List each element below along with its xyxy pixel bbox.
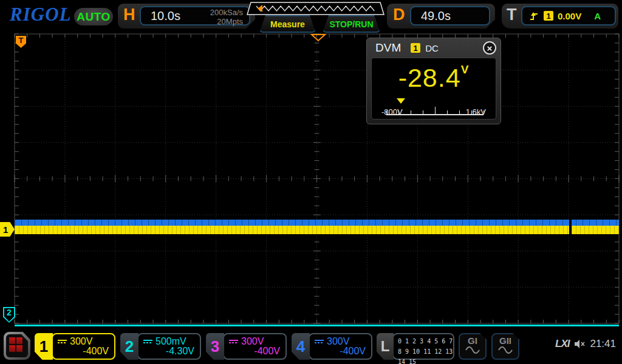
clock: 21:41 — [590, 338, 616, 350]
delay-settings-block[interactable]: D 49.0s — [387, 4, 495, 29]
memory-depth: 20Mpts — [210, 17, 243, 26]
dvm-scale-min: -800V — [381, 107, 403, 116]
trigger-label: T — [507, 5, 517, 24]
channel2-tab: 2 — [120, 333, 138, 360]
trigger-level-value: 0.00V — [558, 11, 581, 21]
measure-button-label: Measure — [270, 19, 305, 29]
dvm-reading: -28.4V — [372, 63, 496, 93]
channel1-offset: -400V — [83, 346, 109, 357]
channel2-marker-label: 2 — [3, 308, 15, 317]
sine-wave-icon — [465, 346, 480, 354]
sample-rate-info: 200kSa/s 20Mpts — [210, 8, 243, 26]
generator2-label: GII — [493, 335, 518, 346]
timebase-value: 10.0s — [151, 9, 180, 23]
delay-label: D — [393, 5, 405, 24]
system-status-icons: LXI 21:41 — [555, 338, 616, 350]
sample-rate: 200kSa/s — [210, 8, 243, 17]
trigger-settings-block[interactable]: T 1 0.00V A — [502, 4, 618, 29]
channel4-status[interactable]: 300V -400V 4 — [292, 333, 372, 360]
horizontal-value-box: 10.0s 200kSa/s 20Mpts — [140, 6, 250, 25]
channel2-trace — [15, 325, 619, 326]
channel2-offset: -4.30V — [166, 346, 194, 357]
dvm-title: DVM — [375, 41, 401, 55]
channel4-coupling-icon — [315, 340, 324, 343]
oscilloscope-screen: T 1 2 RIGOL AUTO H 10.0s 200kSa/s 20Mp — [0, 0, 622, 364]
horizontal-settings-block[interactable]: H 10.0s 200kSa/s 20Mpts — [118, 4, 255, 29]
channel2-position-marker[interactable]: 2 — [3, 307, 15, 323]
channel3-tab: 3 — [206, 333, 224, 360]
trigger-slope-icon — [528, 11, 539, 21]
channel1-values: 300V -400V — [52, 333, 115, 360]
top-status-bar: RIGOL AUTO H 10.0s 200kSa/s 20Mpts Measu… — [0, 0, 622, 33]
menu-button[interactable] — [4, 332, 30, 360]
generator1-button[interactable]: GI — [459, 333, 487, 360]
channel3-values: 300V -400V — [223, 333, 287, 360]
trigger-position-marker-layer — [0, 0, 622, 364]
dvm-title-bar: DVM 1 DC × — [367, 38, 501, 58]
delay-value: 49.0s — [421, 9, 451, 23]
trigger-value-box: 1 0.00V A — [521, 6, 616, 25]
measure-button[interactable]: Measure — [259, 15, 316, 33]
channel2-status[interactable]: 500mV -4.30V 2 — [120, 333, 201, 360]
sound-muted-icon — [573, 339, 586, 349]
channel2-values: 500mV -4.30V — [137, 333, 201, 360]
stop-run-button-label: STOP/RUN — [329, 19, 373, 29]
dvm-close-button[interactable]: × — [483, 41, 496, 55]
trigger-position-triangle-icon — [312, 35, 325, 41]
logic-tab: L — [377, 333, 394, 360]
dvm-coupling: DC — [425, 43, 439, 53]
acquisition-mode-badge: AUTO — [74, 8, 113, 25]
menu-grid-icon — [9, 337, 22, 352]
channel2-coupling-icon — [143, 340, 152, 343]
stop-run-button[interactable]: STOP/RUN — [323, 15, 380, 33]
logic-channels-status[interactable]: 0 1 2 3 4 5 6 7 8 9 10 11 12 13 14 15 L — [377, 333, 454, 360]
channel4-tab: 4 — [292, 333, 310, 360]
trace-glitch — [569, 218, 572, 237]
trigger-sweep-mode: A — [594, 11, 601, 21]
channel3-offset: -400V — [254, 346, 280, 357]
logic-row-1: 0 1 2 3 4 5 6 7 — [398, 336, 453, 346]
channel3-coupling-icon — [229, 340, 238, 343]
rigol-logo: RIGOL — [10, 4, 71, 25]
sine-wave-icon — [497, 346, 513, 354]
generator2-button[interactable]: GII — [491, 333, 519, 360]
channel1-status[interactable]: 300V -400V 1 — [35, 333, 115, 360]
dvm-channel-badge: 1 — [411, 43, 420, 53]
channel1-tab: 1 — [35, 333, 53, 360]
memory-position-indicator — [247, 2, 385, 16]
dvm-reading-number: -28.4 — [398, 63, 461, 92]
channel4-trace — [15, 220, 619, 226]
channel4-offset: -400V — [340, 346, 366, 357]
dvm-popup: DVM 1 DC × -28.4V -800V 1.6kV — [366, 38, 501, 124]
graticule: T 1 2 — [0, 0, 622, 364]
delay-value-box: 49.0s — [410, 6, 490, 25]
generator1-label: GI — [460, 335, 485, 346]
bottom-status-bar: 300V -400V 1 500mV -4.30V 2 300V -400V 3 — [0, 331, 622, 364]
channel1-trace — [15, 226, 619, 234]
dvm-scale-pointer-icon — [397, 98, 405, 104]
horizontal-label: H — [123, 5, 135, 24]
channel1-coupling-icon — [58, 340, 67, 343]
trigger-source-badge: 1 — [544, 11, 553, 21]
logic-channel-list: 0 1 2 3 4 5 6 7 8 9 10 11 12 13 14 15 — [392, 333, 454, 360]
dvm-display: -28.4V -800V 1.6kV — [371, 58, 496, 120]
channel1-marker-label: 1 — [3, 224, 8, 235]
channel3-status[interactable]: 300V -400V 3 — [206, 333, 287, 360]
close-icon: × — [487, 44, 493, 53]
channel4-values: 300V -400V — [309, 333, 372, 360]
lxi-badge: LXI — [555, 338, 569, 350]
dvm-scale-max: 1.6kV — [466, 107, 486, 116]
dvm-reading-unit: V — [461, 63, 470, 76]
logic-row-2: 8 9 10 11 12 13 14 15 — [398, 346, 453, 364]
